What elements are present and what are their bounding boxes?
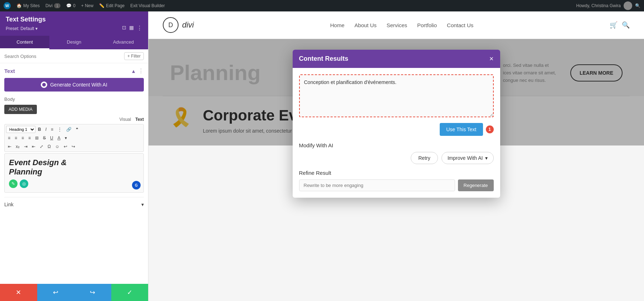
modal-overlay: Content Results × Conception et planific… — [148, 39, 644, 145]
confirm-button[interactable]: ✓ — [111, 284, 148, 301]
text-section-title: Text — [4, 68, 15, 74]
search-bar: + Filter — [0, 49, 148, 63]
bullet-list-button[interactable]: ≡ — [49, 126, 55, 133]
modify-buttons: Retry Improve With AI ▾ — [299, 152, 494, 164]
layout-icon[interactable]: ▦ — [129, 25, 134, 31]
editor-tab-text[interactable]: Text — [135, 117, 144, 122]
special-chars-button[interactable]: Ω — [46, 143, 53, 150]
edit-badge[interactable]: ✎ — [9, 179, 18, 188]
logo-text: divi — [182, 20, 194, 30]
redo-editor-button[interactable]: ↪ — [70, 143, 77, 150]
modify-section: Modify With AI Retry Improve With AI ▾ — [299, 142, 494, 164]
modal-title: Content Results — [299, 55, 348, 63]
align-justify-button[interactable]: ≡ — [26, 134, 33, 142]
panel-body: Text ▲ ⋮ Generate Content With AI Body A… — [0, 63, 148, 284]
indent-button[interactable]: ⇥ — [22, 143, 29, 150]
refine-section: Refine Result Regenerate — [299, 170, 494, 191]
use-text-button[interactable]: Use This Text — [440, 123, 483, 136]
emoji-button[interactable]: ☺ — [53, 143, 61, 150]
link-label: Link — [4, 202, 14, 207]
editor-toolbar: Heading 1Heading 2Paragraph B I ≡ ⋮ 🔗 ❝ … — [4, 124, 144, 152]
undo-button[interactable]: ↩ — [37, 284, 74, 301]
underline-button[interactable]: U — [48, 134, 55, 142]
link-section[interactable]: Link ▾ — [4, 197, 144, 212]
filter-button[interactable]: + Filter — [124, 52, 144, 60]
align-center-button[interactable]: ≡ — [13, 134, 19, 142]
improve-arrow-icon: ▾ — [485, 155, 488, 161]
right-panel: D divi Home About Us Services Portfolio — [148, 11, 644, 301]
fullscreen-button[interactable]: ⤢ — [38, 143, 45, 150]
refine-row: Regenerate — [299, 179, 494, 191]
comment-count[interactable]: 💬 0 — [66, 3, 75, 8]
refine-input[interactable] — [299, 179, 455, 191]
panel-header: Text Settings Preset: Default ▾ ⊡ ▦ ⋮ — [0, 11, 148, 36]
add-media-button[interactable]: ADD MEDIA — [4, 105, 37, 114]
panel-tabs: Content Design Advanced — [0, 36, 148, 49]
site-nav: Home About Us Services Portfolio Contact… — [330, 22, 473, 28]
modal-close-button[interactable]: × — [489, 55, 494, 63]
search-icon[interactable]: 🔍 — [635, 3, 640, 8]
action-bar: ✕ ↩ ↪ ✓ — [0, 284, 148, 301]
nav-contact[interactable]: Contact Us — [447, 22, 473, 28]
exit-builder[interactable]: Exit Visual Builder — [130, 3, 165, 8]
edit-page[interactable]: ✏️ Edit Page — [99, 3, 125, 8]
heading-select[interactable]: Heading 1Heading 2Paragraph — [6, 126, 35, 133]
modal-body: Conception et planification d'événements… — [293, 68, 500, 198]
preset-label[interactable]: Preset: Default ▾ — [6, 26, 38, 31]
regenerate-button[interactable]: Regenerate — [458, 179, 494, 191]
ai-generate-button[interactable]: Generate Content With AI — [4, 78, 144, 92]
notification-badge: 1 — [486, 125, 494, 133]
cart-icon[interactable]: 🛒 — [610, 21, 618, 29]
nav-about[interactable]: About Us — [355, 22, 377, 28]
search-input[interactable] — [4, 54, 121, 59]
dropdown-button[interactable]: ▾ — [63, 134, 69, 142]
left-panel: Text Settings Preset: Default ▾ ⊡ ▦ ⋮ Co… — [0, 11, 148, 301]
preview-area: Event Design &Planning ✎ ◎ G — [4, 153, 144, 193]
my-sites[interactable]: 🏠 My Sites — [16, 3, 40, 8]
grammarly-badge[interactable]: G — [132, 181, 141, 189]
align-right-button[interactable]: ≡ — [20, 134, 26, 142]
strikethrough-button[interactable]: S — [41, 134, 48, 142]
subscript-button[interactable]: x₂ — [14, 143, 21, 150]
table-button[interactable]: ⊞ — [33, 134, 40, 142]
new-item[interactable]: + New — [81, 3, 93, 8]
settings-badge[interactable]: ◎ — [20, 179, 28, 188]
logo-circle: D — [163, 17, 179, 33]
align-left-button[interactable]: ≡ — [6, 134, 12, 142]
wp-logo[interactable]: W — [4, 2, 11, 9]
link-button[interactable]: 🔗 — [64, 126, 73, 133]
retry-button[interactable]: Retry — [411, 152, 438, 164]
improve-button[interactable]: Improve With AI ▾ — [441, 152, 494, 164]
modify-label: Modify With AI — [299, 142, 494, 148]
undo-editor-button[interactable]: ↩ — [62, 143, 69, 150]
bold-button[interactable]: B — [36, 126, 43, 133]
cancel-button[interactable]: ✕ — [0, 284, 37, 301]
content-textarea[interactable]: Conception et planification d'événements… — [299, 74, 494, 117]
collapse-icon[interactable]: ▲ — [131, 68, 136, 74]
outdent2-button[interactable]: ⇤ — [30, 143, 37, 150]
divi-item[interactable]: Divi 1 — [45, 3, 60, 8]
editor-tab-visual[interactable]: Visual — [119, 117, 131, 122]
nav-home[interactable]: Home — [330, 22, 345, 28]
outdent-button[interactable]: ⇤ — [6, 143, 13, 150]
window-icon[interactable]: ⊡ — [122, 25, 126, 31]
nav-portfolio[interactable]: Portfolio — [417, 22, 437, 28]
dots-icon[interactable]: ⋮ — [137, 25, 142, 31]
section-menu-icon[interactable]: ⋮ — [138, 68, 144, 74]
redo-button[interactable]: ↪ — [74, 284, 111, 301]
admin-bar: W 🏠 My Sites Divi 1 💬 0 + New ✏️ Edit Pa… — [0, 0, 644, 11]
site-logo: D divi — [163, 17, 194, 33]
text-section-header: Text ▲ ⋮ — [4, 68, 144, 74]
site-content: Planning orci. Sed vitae nulla et ices v… — [148, 39, 644, 145]
tab-content[interactable]: Content — [0, 36, 49, 49]
quote-button[interactable]: ❝ — [74, 126, 80, 133]
tab-design[interactable]: Design — [49, 36, 99, 49]
tab-advanced[interactable]: Advanced — [99, 36, 148, 49]
nav-services[interactable]: Services — [386, 22, 407, 28]
italic-button[interactable]: I — [44, 126, 48, 133]
text-color-button[interactable]: A — [56, 134, 62, 142]
numbered-list-button[interactable]: ⋮ — [56, 126, 64, 133]
user-info: Howdy, Christina Gwira 🔍 — [576, 1, 640, 10]
search-icon[interactable]: 🔍 — [622, 21, 630, 29]
user-avatar — [624, 1, 632, 10]
